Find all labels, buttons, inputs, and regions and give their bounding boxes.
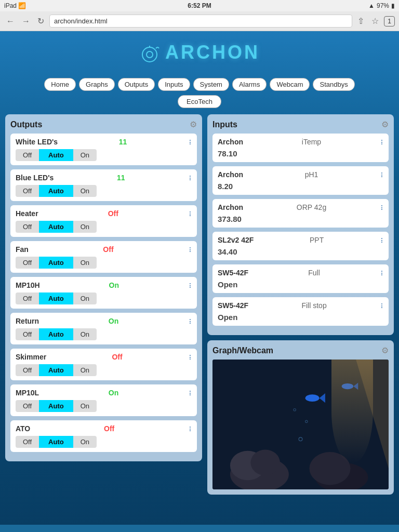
btn-on-skimmer[interactable]: On <box>73 364 97 376</box>
output-name-heater: Heater <box>16 209 38 218</box>
btn-off-white-leds[interactable]: Off <box>16 149 39 161</box>
filter-icon-orp[interactable]: ⫶ <box>380 203 383 211</box>
filter-icon-fillstop[interactable]: ⫶ <box>380 301 383 310</box>
output-status-blue-leds: 11 <box>117 174 125 182</box>
filter-icon-ppt[interactable]: ⫶ <box>380 236 383 244</box>
logo-text: ARCHON <box>165 42 260 63</box>
svg-point-7 <box>250 450 280 476</box>
btn-off-mp10h[interactable]: Off <box>16 292 39 304</box>
btn-on-blue-leds[interactable]: On <box>73 185 97 197</box>
btn-on-mp10l[interactable]: On <box>73 400 97 412</box>
output-name-mp10h: MP10H <box>16 281 40 289</box>
forward-button[interactable]: → <box>20 16 32 27</box>
filter-icon-heater[interactable]: ⫶ <box>188 209 192 218</box>
btn-on-fan[interactable]: On <box>73 257 97 269</box>
btn-auto-ato[interactable]: Auto <box>39 436 73 448</box>
share-button[interactable]: ⇧ <box>355 15 366 27</box>
webcam-title: Graph/Webcam <box>212 346 273 355</box>
input-value-orp: 373.80 <box>218 214 383 223</box>
webcam-gear-icon[interactable]: ⚙ <box>381 345 389 355</box>
nav-system[interactable]: System <box>193 78 229 91</box>
inputs-gear-icon[interactable]: ⚙ <box>381 119 389 129</box>
output-status-heater: Off <box>108 209 118 218</box>
input-value-itemp: 78.10 <box>218 148 383 158</box>
btn-off-mp10l[interactable]: Off <box>16 400 39 412</box>
btn-auto-fan[interactable]: Auto <box>39 257 73 269</box>
output-name-ato: ATO <box>16 424 30 433</box>
filter-icon-full[interactable]: ⫶ <box>380 269 383 277</box>
filter-icon-ato[interactable]: ⫶ <box>188 424 192 433</box>
refresh-button[interactable]: ↻ <box>35 15 46 27</box>
btn-auto-white-leds[interactable]: Auto <box>39 149 73 161</box>
output-status-mp10l: On <box>109 389 118 397</box>
battery: 97% <box>377 2 389 9</box>
input-orp: Archon ORP 42g ⫶ 373.80 <box>212 199 389 228</box>
input-itemp: Archon iTemp ⫶ 78.10 <box>212 134 389 162</box>
output-skimmer: Skimmer Off ⫶ Off Auto On <box>10 349 197 380</box>
input-fillstop: SW5-42F Fill stop ⫶ Open <box>212 297 389 326</box>
nav-ecotech[interactable]: EcoTech <box>178 95 221 108</box>
btn-auto-mp10h[interactable]: Auto <box>39 292 73 304</box>
filter-icon-skimmer[interactable]: ⫶ <box>188 353 192 361</box>
input-value-ppt: 34.40 <box>218 246 383 256</box>
nav-standbys[interactable]: Standbys <box>313 78 354 91</box>
filter-icon-itemp[interactable]: ⫶ <box>380 138 383 146</box>
output-controls-skimmer: Off Auto On <box>16 364 192 376</box>
filter-icon-fan[interactable]: ⫶ <box>188 245 192 254</box>
outputs-panel: Outputs ⚙ White LED's 11 ⫶ Off Auto On <box>5 114 202 461</box>
status-time: 6:52 PM <box>188 2 211 9</box>
btn-on-return[interactable]: On <box>73 328 97 340</box>
filter-icon-return[interactable]: ⫶ <box>188 317 192 325</box>
btn-off-fan[interactable]: Off <box>16 257 39 269</box>
nav-inputs[interactable]: Inputs <box>158 78 190 91</box>
input-ppt: SL2v2 42F PPT ⫶ 34.40 <box>212 232 389 260</box>
input-source-fillstop: SW5-42F <box>218 301 248 310</box>
filter-icon-mp10l[interactable]: ⫶ <box>188 389 192 397</box>
address-input[interactable] <box>49 15 352 28</box>
output-controls-heater: Off Auto On <box>16 221 192 233</box>
nav-outputs[interactable]: Outputs <box>118 78 155 91</box>
filter-icon-white-leds[interactable]: ⫶ <box>188 138 192 146</box>
btn-on-mp10h[interactable]: On <box>73 292 97 304</box>
back-button[interactable]: ← <box>4 16 17 27</box>
btn-on-ato[interactable]: On <box>73 436 97 448</box>
btn-auto-blue-leds[interactable]: Auto <box>39 185 73 197</box>
btn-off-heater[interactable]: Off <box>16 221 39 233</box>
btn-off-blue-leds[interactable]: Off <box>16 185 39 197</box>
bookmark-button[interactable]: ☆ <box>369 15 381 27</box>
filter-icon-mp10h[interactable]: ⫶ <box>188 281 192 289</box>
btn-off-ato[interactable]: Off <box>16 436 39 448</box>
btn-on-heater[interactable]: On <box>73 221 97 233</box>
outputs-gear-icon[interactable]: ⚙ <box>190 119 197 129</box>
btn-off-skimmer[interactable]: Off <box>16 364 39 376</box>
btn-auto-skimmer[interactable]: Auto <box>39 364 73 376</box>
input-source-orp: Archon <box>218 203 243 211</box>
output-mp10h: MP10H On ⫶ Off Auto On <box>10 277 197 309</box>
btn-on-white-leds[interactable]: On <box>73 149 97 161</box>
nav-alarms[interactable]: Alarms <box>232 78 267 91</box>
tab-count[interactable]: 1 <box>384 16 395 26</box>
aquarium-light <box>331 360 373 463</box>
output-heater: Heater Off ⫶ Off Auto On <box>10 205 197 237</box>
output-fan: Fan Off ⫶ Off Auto On <box>10 241 197 273</box>
output-status-fan: Off <box>103 245 113 254</box>
nav-webcam[interactable]: Webcam <box>270 78 310 91</box>
status-right: ▲ 97% ▮ <box>368 2 395 9</box>
output-controls-mp10h: Off Auto On <box>16 292 192 304</box>
output-status-ato: Off <box>104 424 114 433</box>
btn-off-return[interactable]: Off <box>16 328 39 340</box>
nav-graphs[interactable]: Graphs <box>79 78 115 91</box>
output-controls-mp10l: Off Auto On <box>16 400 192 412</box>
btn-auto-heater[interactable]: Auto <box>39 221 73 233</box>
filter-icon-blue-leds[interactable]: ⫶ <box>188 174 192 182</box>
signal-icon: ▲ <box>368 2 375 9</box>
webcam-header: Graph/Webcam ⚙ <box>212 345 389 355</box>
input-name-fillstop: Fill stop <box>301 301 326 310</box>
svg-point-0 <box>142 47 157 62</box>
filter-icon-ph1[interactable]: ⫶ <box>380 170 383 179</box>
main-content: ARCHON Home Graphs Outputs Inputs System… <box>0 31 399 525</box>
btn-auto-return[interactable]: Auto <box>39 328 73 340</box>
nav-home[interactable]: Home <box>44 78 76 91</box>
output-mp10l: MP10L On ⫶ Off Auto On <box>10 384 197 416</box>
btn-auto-mp10l[interactable]: Auto <box>39 400 73 412</box>
